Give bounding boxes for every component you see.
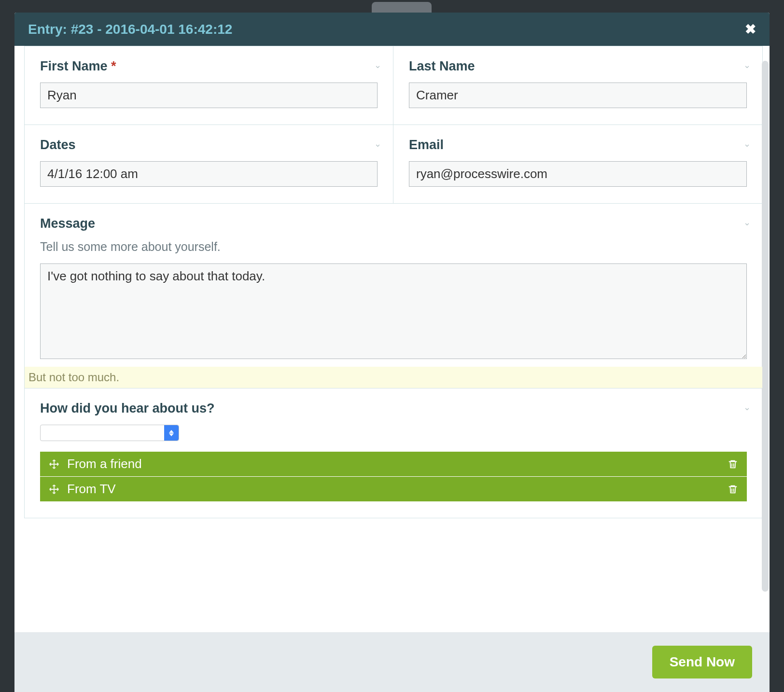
modal-title: Entry: #23 - 2016-04-01 16:42:12 — [28, 22, 232, 37]
modal-footer: Send Now — [14, 632, 770, 692]
field-email: ⌄ Email — [393, 125, 762, 203]
hear-about-label: How did you hear about us? — [40, 401, 747, 416]
last-name-input[interactable] — [409, 83, 747, 108]
chevron-down-icon[interactable]: ⌄ — [743, 60, 751, 70]
chevron-down-icon[interactable]: ⌄ — [374, 60, 381, 70]
field-message: ⌄ Message Tell us some more about yourse… — [25, 203, 762, 388]
email-label: Email — [409, 138, 747, 152]
move-icon[interactable] — [49, 459, 59, 470]
last-name-label: Last Name — [409, 59, 747, 74]
dates-input[interactable] — [40, 161, 378, 187]
entry-modal: Entry: #23 - 2016-04-01 16:42:12 ✖ ⌄ Fir… — [14, 13, 770, 692]
select-stepper-icon[interactable] — [164, 425, 179, 441]
chevron-down-icon[interactable]: ⌄ — [743, 217, 751, 228]
message-textarea[interactable] — [40, 263, 747, 359]
message-label: Message — [40, 216, 747, 231]
scrollbar[interactable] — [762, 61, 769, 592]
move-icon[interactable] — [49, 484, 59, 495]
first-name-label: First Name * — [40, 59, 378, 74]
close-icon[interactable]: ✖ — [745, 21, 756, 37]
message-help: Tell us some more about yourself. — [40, 240, 747, 254]
selected-list: From a friend From TV — [40, 452, 747, 501]
first-name-input[interactable] — [40, 83, 378, 108]
form-grid: ⌄ First Name * ⌄ Last Name ⌄ Dates — [24, 46, 763, 518]
send-now-button[interactable]: Send Now — [652, 646, 752, 678]
email-input[interactable] — [409, 161, 747, 187]
modal-body: ⌄ First Name * ⌄ Last Name ⌄ Dates — [14, 46, 770, 632]
label-text: First Name — [40, 59, 108, 73]
chevron-down-icon[interactable]: ⌄ — [374, 138, 381, 149]
field-hear-about: ⌄ How did you hear about us? From a frie… — [25, 388, 762, 518]
trash-icon[interactable] — [728, 459, 738, 470]
field-first-name: ⌄ First Name * — [25, 46, 393, 125]
field-dates: ⌄ Dates — [25, 125, 393, 203]
list-item[interactable]: From a friend — [40, 452, 747, 476]
trash-icon[interactable] — [728, 484, 738, 495]
required-marker: * — [111, 59, 116, 73]
field-last-name: ⌄ Last Name — [393, 46, 762, 125]
chevron-down-icon[interactable]: ⌄ — [743, 402, 751, 413]
list-item[interactable]: From TV — [40, 476, 747, 501]
message-note: But not too much. — [25, 367, 762, 388]
list-item-label: From a friend — [67, 457, 142, 471]
chevron-down-icon[interactable]: ⌄ — [743, 138, 751, 149]
modal-header: Entry: #23 - 2016-04-01 16:42:12 ✖ — [14, 13, 770, 46]
dates-label: Dates — [40, 138, 378, 152]
list-item-label: From TV — [67, 482, 116, 497]
hear-about-select[interactable] — [40, 425, 179, 441]
